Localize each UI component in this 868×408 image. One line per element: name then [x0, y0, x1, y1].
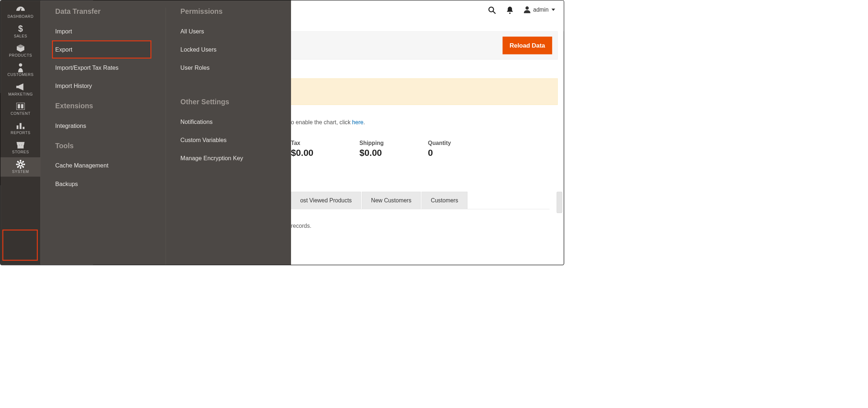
tab-most-viewed-products[interactable]: ost Viewed Products — [291, 192, 361, 209]
dashboard-tabs: ost Viewed Products New Customers Custom… — [291, 192, 550, 209]
rail-highlight-box — [3, 230, 38, 261]
layout-icon — [16, 102, 25, 111]
user-name: admin — [533, 7, 548, 13]
flyout-link-custom-variables[interactable]: Custom Variables — [177, 131, 276, 149]
rail-label: MARKETING — [8, 92, 33, 96]
rail-item-sales[interactable]: $ SALES — [0, 22, 40, 41]
chart-enable-line: o enable the chart, click here. — [291, 119, 558, 126]
flyout-link-manage-encryption-key[interactable]: Manage Encryption Key — [177, 149, 276, 167]
action-bar: Reload Data — [291, 31, 558, 60]
svg-rect-14 — [16, 163, 18, 165]
rail-label: CUSTOMERS — [7, 73, 33, 77]
flyout-col-1: Data Transfer Import Export Import/Expor… — [41, 8, 166, 265]
person-icon — [16, 63, 25, 72]
flyout-link-backups[interactable]: Backups — [52, 175, 152, 193]
rail-item-marketing[interactable]: MARKETING — [0, 80, 40, 99]
svg-rect-18 — [17, 161, 19, 163]
admin-left-rail: DASHBOARD $ SALES PRODUCTS CUSTOMERS MAR… — [0, 0, 40, 264]
rail-label: PRODUCTS — [9, 53, 32, 58]
stat-value: 0 — [428, 148, 487, 158]
svg-rect-7 — [17, 125, 19, 129]
admin-header: admin — [291, 0, 564, 31]
stat-value: $0.00 — [359, 148, 418, 158]
gear-icon — [16, 159, 25, 169]
svg-rect-13 — [20, 167, 21, 169]
rail-item-products[interactable]: PRODUCTS — [0, 41, 40, 60]
system-flyout-menu: Data Transfer Import Export Import/Expor… — [41, 0, 291, 264]
flyout-heading-tools: Tools — [55, 142, 152, 150]
tab-new-customers[interactable]: New Customers — [362, 192, 421, 209]
svg-rect-12 — [20, 160, 21, 162]
svg-point-11 — [19, 163, 22, 166]
rail-item-stores[interactable]: STORES — [0, 138, 40, 157]
rail-item-reports[interactable]: REPORTS — [0, 118, 40, 138]
rail-label: SALES — [14, 34, 27, 39]
flyout-link-import-history[interactable]: Import History — [52, 77, 152, 95]
tab-customers[interactable]: Customers — [421, 192, 467, 209]
svg-point-22 — [509, 12, 510, 14]
svg-text:$: $ — [18, 24, 23, 33]
svg-rect-6 — [21, 104, 24, 109]
svg-rect-4 — [16, 103, 25, 110]
svg-rect-8 — [20, 123, 21, 129]
flyout-link-user-roles[interactable]: User Roles — [177, 58, 276, 77]
rail-label: STORES — [12, 150, 29, 154]
search-icon[interactable] — [488, 6, 496, 14]
flyout-heading-extensions: Extensions — [55, 102, 152, 110]
svg-rect-5 — [18, 104, 20, 109]
chart-enable-prefix: o enable the chart, click — [291, 119, 352, 126]
svg-line-21 — [493, 11, 496, 13]
flyout-link-cache-management[interactable]: Cache Management — [52, 157, 152, 175]
stat-tax: Tax $0.00 — [291, 140, 350, 158]
bell-icon[interactable] — [506, 6, 513, 14]
gauge-icon — [16, 5, 25, 14]
box-icon — [16, 44, 25, 53]
reload-data-button[interactable]: Reload Data — [502, 36, 552, 54]
vertical-scrollbar[interactable] — [557, 192, 562, 213]
flyout-heading-other-settings: Other Settings — [181, 98, 277, 106]
stat-label: Tax — [291, 140, 350, 146]
svg-rect-9 — [23, 127, 24, 129]
rail-item-customers[interactable]: CUSTOMERS — [0, 60, 40, 80]
megaphone-icon — [16, 82, 25, 92]
chart-enable-suffix: . — [363, 119, 365, 126]
svg-rect-10 — [17, 145, 24, 149]
flyout-heading-data-transfer: Data Transfer — [55, 8, 152, 16]
svg-point-3 — [19, 63, 22, 66]
rail-label: REPORTS — [11, 131, 31, 135]
svg-point-20 — [489, 7, 493, 12]
rail-item-system[interactable]: SYSTEM — [0, 157, 40, 177]
rail-item-dashboard[interactable]: DASHBOARD — [0, 3, 40, 22]
svg-rect-15 — [23, 163, 25, 165]
flyout-link-integrations[interactable]: Integrations — [52, 117, 152, 135]
svg-rect-16 — [22, 161, 24, 163]
rail-label: CONTENT — [11, 112, 31, 116]
rail-label: SYSTEM — [12, 170, 29, 174]
flyout-link-export[interactable]: Export — [52, 40, 152, 58]
bars-icon — [16, 121, 25, 130]
svg-rect-19 — [22, 166, 24, 168]
flyout-link-import[interactable]: Import — [52, 22, 152, 40]
rail-item-content[interactable]: CONTENT — [0, 99, 40, 118]
chevron-down-icon — [552, 8, 555, 11]
dollar-icon: $ — [16, 24, 25, 33]
flyout-link-all-users[interactable]: All Users — [177, 22, 276, 40]
user-menu[interactable]: admin — [524, 6, 555, 13]
records-count-line: records. — [291, 222, 311, 229]
flyout-link-notifications[interactable]: Notifications — [177, 113, 276, 131]
stat-label: Shipping — [359, 140, 418, 146]
svg-rect-17 — [17, 166, 19, 168]
svg-point-23 — [525, 7, 529, 10]
stat-shipping: Shipping $0.00 — [359, 140, 418, 158]
flyout-link-import-export-tax-rates[interactable]: Import/Export Tax Rates — [52, 58, 152, 77]
stats-row: Tax $0.00 Shipping $0.00 Quantity 0 — [291, 140, 558, 158]
chart-enable-link[interactable]: here — [352, 119, 363, 126]
notice-banner — [291, 78, 558, 105]
stat-quantity: Quantity 0 — [428, 140, 487, 158]
flyout-link-locked-users[interactable]: Locked Users — [177, 40, 276, 58]
stat-value: $0.00 — [291, 148, 350, 158]
stat-label: Quantity — [428, 140, 487, 146]
rail-label: DASHBOARD — [8, 15, 34, 19]
user-icon — [524, 6, 530, 13]
svg-point-1 — [20, 10, 21, 12]
